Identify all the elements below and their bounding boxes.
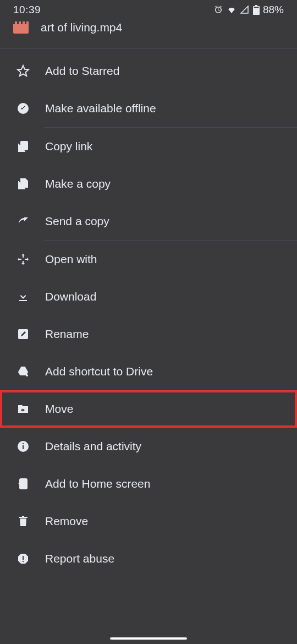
report-abuse-item[interactable]: Report abuse [0, 540, 297, 577]
make-offline-item[interactable]: Make available offline [0, 90, 297, 127]
menu-label: Remove [45, 515, 88, 528]
svg-rect-6 [23, 443, 24, 444]
video-file-icon [13, 21, 29, 34]
remove-item[interactable]: Remove [0, 503, 297, 540]
drive-shortcut-icon [15, 364, 31, 379]
star-outline-icon [15, 63, 31, 79]
menu-label: Add to Starred [45, 64, 119, 78]
status-right: 88% [213, 4, 284, 16]
add-home-icon [15, 476, 31, 492]
menu-label: Send a copy [45, 215, 109, 228]
download-item[interactable]: Download [0, 278, 297, 315]
svg-rect-5 [23, 445, 24, 449]
svg-rect-0 [254, 7, 258, 8]
open-with-item[interactable]: Open with [0, 241, 297, 278]
menu-label: Make available offline [45, 102, 156, 115]
offline-icon [15, 101, 31, 116]
menu-label: Rename [45, 328, 89, 341]
trash-icon [15, 514, 31, 529]
file-copy-icon [15, 176, 31, 192]
context-menu: Add to Starred Make available offline Co… [0, 49, 297, 577]
add-home-item[interactable]: Add to Home screen [0, 465, 297, 503]
copy-icon [15, 139, 31, 154]
battery-icon [253, 5, 260, 15]
svg-rect-9 [23, 561, 24, 562]
share-icon [15, 214, 31, 229]
add-shortcut-item[interactable]: Add shortcut to Drive [0, 353, 297, 390]
move-folder-icon [15, 401, 31, 417]
report-icon [15, 551, 31, 566]
copy-link-item[interactable]: Copy link [0, 128, 297, 165]
status-time: 10:39 [13, 4, 41, 16]
wifi-icon [227, 5, 237, 15]
menu-label: Details and activity [45, 440, 141, 453]
download-icon [15, 289, 31, 304]
divider [44, 127, 297, 128]
make-copy-item[interactable]: Make a copy [0, 165, 297, 203]
status-bar: 10:39 88% [0, 0, 297, 18]
svg-rect-8 [23, 556, 24, 560]
move-item[interactable]: Move [0, 390, 297, 428]
send-copy-item[interactable]: Send a copy [0, 203, 297, 240]
menu-label: Open with [45, 253, 97, 266]
menu-label: Make a copy [45, 177, 111, 190]
details-item[interactable]: Details and activity [0, 428, 297, 465]
menu-label: Copy link [45, 140, 92, 153]
info-icon [15, 439, 31, 454]
alarm-icon [213, 5, 223, 15]
menu-label: Add shortcut to Drive [45, 365, 153, 378]
divider [0, 48, 297, 49]
battery-percent: 88% [263, 4, 284, 16]
rename-icon [15, 326, 31, 342]
signal-icon [240, 5, 250, 15]
add-to-starred-item[interactable]: Add to Starred [0, 52, 297, 90]
menu-label: Add to Home screen [45, 477, 150, 490]
filename-label: art of living.mp4 [41, 21, 122, 34]
nav-bar-indicator [110, 637, 187, 640]
rename-item[interactable]: Rename [0, 315, 297, 353]
open-with-icon [15, 252, 31, 267]
menu-label: Move [45, 402, 73, 416]
menu-label: Report abuse [45, 552, 114, 565]
menu-label: Download [45, 290, 96, 303]
divider [44, 240, 297, 241]
file-header: art of living.mp4 [0, 18, 297, 44]
